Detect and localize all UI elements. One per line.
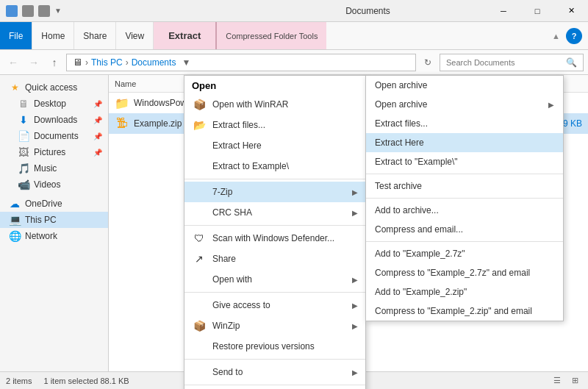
cm-share[interactable]: ↗ Share: [184, 249, 365, 269]
sidebar-item-onedrive[interactable]: ☁ OneDrive: [0, 196, 108, 212]
back-button[interactable]: ←: [4, 54, 22, 71]
cm-winzip[interactable]: 📦 WinZip ▶: [184, 315, 365, 336]
cm-open-with[interactable]: Open with ▶: [184, 269, 365, 290]
title-bar-left: ▼: [0, 5, 249, 17]
path-dropdown[interactable]: ▼: [182, 57, 190, 68]
sm-extract-files[interactable]: Extract files...: [366, 114, 563, 133]
restore-icon: [192, 339, 207, 354]
sm-compress-email[interactable]: Compress and email...: [366, 220, 563, 239]
large-icons-view-button[interactable]: ⊞: [567, 374, 582, 388]
address-path[interactable]: 🖥 › This PC › Documents ▼: [66, 54, 416, 71]
cm-sep-4: [184, 359, 365, 360]
tab-home[interactable]: Home: [32, 22, 74, 49]
sm-open-archive-2[interactable]: Open archive ▶: [366, 95, 563, 114]
sm-test-archive[interactable]: Test archive: [366, 176, 563, 196]
share-icon: ↗: [192, 251, 207, 266]
sidebar-quick-access[interactable]: ★ Quick access: [0, 79, 108, 96]
maximize-button[interactable]: □: [520, 0, 554, 22]
sm-test-archive-label: Test archive: [375, 181, 422, 191]
search-input[interactable]: [446, 58, 563, 67]
cm-crc-label: CRC SHA: [212, 207, 252, 218]
details-view-button[interactable]: ☰: [550, 374, 564, 388]
sidebar-item-desktop[interactable]: 🖥 Desktop 📌: [0, 96, 108, 112]
quick-access-label: Quick access: [25, 82, 102, 93]
cm-open-with-arrow: ▶: [352, 276, 358, 284]
network-icon: 🌐: [9, 230, 21, 242]
cm-give-access[interactable]: Give access to ▶: [184, 295, 365, 315]
sidebar-item-videos[interactable]: 📹 Videos: [0, 176, 108, 193]
sm-add-to-7z[interactable]: Add to "Example_2.7z": [366, 244, 563, 263]
downloads-icon: ⬇: [18, 114, 29, 126]
extract-files-icon: 📂: [192, 118, 207, 132]
zip-icon: 🗜: [115, 116, 129, 131]
window-title: Documents: [249, 6, 487, 16]
cm-open-winrar-label: Open with WinRAR: [212, 99, 288, 110]
cm-crc-sha[interactable]: CRC SHA ▶: [184, 202, 365, 223]
save-icon: [6, 5, 18, 17]
minimize-button[interactable]: ─: [487, 0, 520, 22]
cm-send-to[interactable]: Send to ▶: [184, 362, 365, 382]
refresh-button[interactable]: ↻: [419, 54, 437, 71]
7zip-submenu: Open archive Open archive ▶ Extract file…: [365, 75, 564, 321]
sidebar-item-network[interactable]: 🌐 Network: [0, 228, 108, 244]
give-access-icon: [192, 298, 207, 313]
title-bar-icons: ▼: [6, 5, 62, 17]
winrar-icon: 📦: [192, 97, 207, 112]
music-label: Music: [34, 163, 102, 174]
extract-tab[interactable]: Extract: [154, 22, 216, 49]
search-box[interactable]: 🔍: [440, 54, 584, 71]
send-to-icon: [192, 365, 207, 379]
cm-winzip-arrow: ▶: [352, 322, 358, 330]
onedrive-icon: ☁: [9, 198, 21, 210]
sm-open-archive-1[interactable]: Open archive: [366, 76, 563, 95]
cm-scan-defender[interactable]: 🛡 Scan with Windows Defender...: [184, 228, 365, 249]
sm-add-to-archive[interactable]: Add to archive...: [366, 201, 563, 220]
dropdown-icon[interactable]: ▼: [54, 7, 62, 15]
cm-7zip[interactable]: 7-Zip ▶: [184, 182, 365, 202]
help-button[interactable]: ?: [566, 28, 582, 44]
sm-sep-3: [366, 241, 563, 242]
sm-extract-to-example[interactable]: Extract to "Example\": [366, 152, 563, 171]
desktop-pin-icon: 📌: [93, 100, 102, 108]
sidebar-item-music[interactable]: 🎵 Music: [0, 160, 108, 176]
cm-open-winrar[interactable]: 📦 Open with WinRAR: [184, 94, 365, 115]
sm-add-to-zip[interactable]: Add to "Example_2.zip": [366, 282, 563, 301]
cm-give-access-arrow: ▶: [352, 301, 358, 310]
path-this-pc[interactable]: This PC: [91, 57, 123, 68]
options-arrow[interactable]: ▲: [552, 32, 560, 40]
path-separator-2: ›: [126, 57, 129, 68]
sm-sep-1: [366, 174, 563, 174]
sm-extract-here[interactable]: Extract Here: [366, 133, 563, 152]
music-icon: 🎵: [18, 163, 29, 174]
extract-to-icon: [192, 159, 207, 174]
sm-add-to-7z-label: Add to "Example_2.7z": [375, 249, 465, 259]
sm-compress-to-7z-email[interactable]: Compress to "Example_2.7z" and email: [366, 263, 563, 282]
sm-extract-to-label: Extract to "Example\": [375, 157, 458, 167]
path-documents[interactable]: Documents: [132, 57, 176, 68]
tab-view[interactable]: View: [116, 22, 154, 49]
cm-restore[interactable]: Restore previous versions: [184, 336, 365, 357]
sidebar-item-pictures[interactable]: 🖼 Pictures 📌: [0, 144, 108, 160]
sidebar-item-documents[interactable]: 📄 Documents 📌: [0, 128, 108, 144]
tab-file[interactable]: File: [0, 22, 32, 49]
cm-extract-here[interactable]: Extract Here: [184, 135, 365, 156]
sidebar-item-this-pc[interactable]: 💻 This PC: [0, 212, 108, 228]
sm-open-archive-2-label: Open archive: [375, 99, 427, 110]
cm-extract-to-example[interactable]: Extract to Example\: [184, 156, 365, 176]
tab-share[interactable]: Share: [74, 22, 116, 49]
this-pc-label: This PC: [25, 215, 102, 225]
sidebar: ★ Quick access 🖥 Desktop 📌 ⬇ Downloads 📌…: [0, 75, 109, 371]
up-button[interactable]: ↑: [46, 54, 63, 71]
close-button[interactable]: ✕: [554, 0, 588, 22]
sm-compress-to-zip-email[interactable]: Compress to "Example_2.zip" and email: [366, 301, 563, 321]
context-menu: Open 📦 Open with WinRAR 📂 Extract files.…: [184, 75, 366, 389]
forward-button[interactable]: →: [25, 54, 43, 71]
item-count: 2 items: [6, 376, 32, 385]
cm-sep-3: [184, 292, 365, 293]
undo-icon: [22, 5, 34, 17]
window-controls: ─ □ ✕: [487, 0, 588, 22]
sidebar-item-downloads[interactable]: ⬇ Downloads 📌: [0, 112, 108, 128]
cm-extract-files[interactable]: 📂 Extract files...: [184, 115, 365, 135]
address-bar: ← → ↑ 🖥 › This PC › Documents ▼ ↻ 🔍: [0, 50, 588, 75]
documents-icon: 📄: [18, 130, 29, 142]
